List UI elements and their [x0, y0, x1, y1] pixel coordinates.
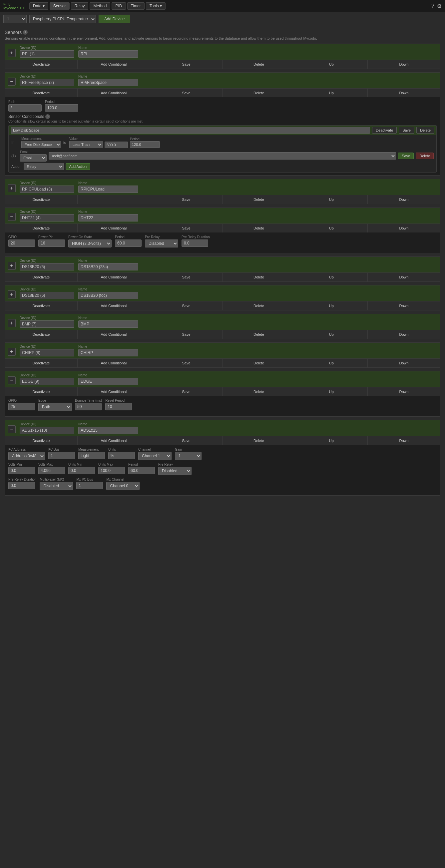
- delete-bmp[interactable]: Delete: [222, 330, 295, 339]
- add-conditional-ds18b20-5[interactable]: Add Conditional: [77, 273, 150, 281]
- name-ds18b20-6[interactable]: [78, 292, 138, 299]
- add-action-btn[interactable]: Add Action: [66, 163, 91, 170]
- toggle-rpifreespace[interactable]: −: [8, 78, 15, 86]
- save-bmp[interactable]: Save: [150, 330, 223, 339]
- toggle-ds18b20-6[interactable]: +: [8, 290, 15, 299]
- deactivate-rpifreespace[interactable]: Deactivate: [5, 89, 77, 97]
- cond-delete[interactable]: Delete: [416, 127, 434, 133]
- mx-i2c-bus-input[interactable]: [76, 482, 103, 489]
- period-ads-input[interactable]: [128, 467, 155, 474]
- cond-period-input[interactable]: [130, 141, 160, 148]
- conditionals-help-icon[interactable]: ?: [45, 114, 50, 119]
- threshold-input[interactable]: [104, 142, 128, 148]
- deactivate-rpi[interactable]: Deactivate: [5, 60, 77, 69]
- toggle-dht22[interactable]: −: [8, 213, 15, 221]
- units-max-input[interactable]: [98, 467, 125, 474]
- save-ds18b20-5[interactable]: Save: [150, 273, 223, 281]
- name-ads1x15[interactable]: [78, 427, 138, 434]
- up-dht22[interactable]: Up: [295, 224, 368, 232]
- deactivate-ds18b20-6[interactable]: Deactivate: [5, 302, 77, 310]
- down-rpifreespace[interactable]: Down: [368, 89, 440, 97]
- save-ds18b20-6[interactable]: Save: [150, 302, 223, 310]
- i2c-bus-input[interactable]: [48, 452, 75, 459]
- nav-method[interactable]: Method: [90, 2, 110, 10]
- cond-name-input[interactable]: [11, 127, 370, 133]
- measurement-ads-input[interactable]: [78, 452, 105, 459]
- up-ds18b20-5[interactable]: Up: [295, 273, 368, 281]
- sensor-num-select[interactable]: 1: [3, 14, 27, 23]
- deactivate-bmp[interactable]: Deactivate: [5, 330, 77, 339]
- name-chirp[interactable]: [78, 349, 138, 356]
- down-ds18b20-6[interactable]: Down: [368, 302, 440, 310]
- nav-relay[interactable]: Relay: [71, 2, 89, 10]
- delete-rpi[interactable]: Delete: [222, 60, 295, 69]
- delete-ads1x15[interactable]: Delete: [222, 436, 295, 445]
- delete-chirp[interactable]: Delete: [222, 359, 295, 367]
- add-conditional-rpifreespace[interactable]: Add Conditional: [77, 89, 150, 97]
- toggle-rpicpuload[interactable]: +: [8, 184, 15, 192]
- units-min-input[interactable]: [68, 467, 95, 474]
- save-ads1x15[interactable]: Save: [150, 436, 223, 445]
- pre-relay-duration-dht22[interactable]: [182, 240, 208, 247]
- toggle-bmp[interactable]: +: [8, 319, 15, 327]
- cond-save[interactable]: Save: [399, 127, 414, 133]
- multiplexer-select[interactable]: Disabled: [40, 482, 73, 490]
- add-conditional-ads1x15[interactable]: Add Conditional: [77, 436, 150, 445]
- channel-select[interactable]: Channel 1: [138, 452, 171, 460]
- add-device-button[interactable]: Add Device: [99, 14, 130, 23]
- down-rpi[interactable]: Down: [368, 60, 440, 69]
- delete-ds18b20-6[interactable]: Delete: [222, 302, 295, 310]
- period-dht22-input[interactable]: [115, 240, 141, 247]
- add-conditional-edge[interactable]: Add Conditional: [77, 388, 150, 396]
- down-ds18b20-5[interactable]: Down: [368, 273, 440, 281]
- up-edge[interactable]: Up: [295, 388, 368, 396]
- help-button[interactable]: ?: [431, 3, 434, 9]
- name-dht22[interactable]: [78, 214, 138, 221]
- deactivate-rpicpuload[interactable]: Deactivate: [5, 195, 77, 204]
- save-dht22[interactable]: Save: [150, 224, 223, 232]
- deactivate-ads1x15[interactable]: Deactivate: [5, 436, 77, 445]
- toggle-ds18b20-5[interactable]: +: [8, 262, 15, 270]
- up-rpicpuload[interactable]: Up: [295, 195, 368, 204]
- toggle-rpi[interactable]: +: [8, 49, 15, 57]
- delete-rpifreespace[interactable]: Delete: [222, 89, 295, 97]
- add-conditional-rpi[interactable]: Add Conditional: [77, 60, 150, 69]
- down-ads1x15[interactable]: Down: [368, 436, 440, 445]
- delete-edge[interactable]: Delete: [222, 388, 295, 396]
- save-chirp[interactable]: Save: [150, 359, 223, 367]
- volts-max-input[interactable]: [38, 467, 65, 474]
- action-type-select[interactable]: Relay: [24, 163, 64, 170]
- down-dht22[interactable]: Down: [368, 224, 440, 232]
- email-delete-btn[interactable]: Delete: [416, 153, 434, 159]
- power-on-state-select[interactable]: HIGH (3.3-volts): [68, 240, 112, 247]
- name-rpicpuload[interactable]: [78, 186, 138, 193]
- name-rpi[interactable]: [78, 50, 138, 58]
- down-rpicpuload[interactable]: Down: [368, 195, 440, 204]
- reset-period-input[interactable]: [105, 403, 132, 410]
- down-chirp[interactable]: Down: [368, 359, 440, 367]
- nav-sensor[interactable]: Sensor: [50, 2, 70, 10]
- measurement-select[interactable]: Free Disk Space: [21, 141, 61, 148]
- save-edge[interactable]: Save: [150, 388, 223, 396]
- add-conditional-ds18b20-6[interactable]: Add Conditional: [77, 302, 150, 310]
- up-chirp[interactable]: Up: [295, 359, 368, 367]
- name-edge[interactable]: [78, 378, 138, 385]
- down-edge[interactable]: Down: [368, 388, 440, 396]
- add-conditional-dht22[interactable]: Add Conditional: [77, 224, 150, 232]
- settings-button[interactable]: ⚙: [437, 3, 442, 9]
- save-rpicpuload[interactable]: Save: [150, 195, 223, 204]
- nav-tools[interactable]: Tools ▾: [146, 2, 165, 10]
- gpio-edge-input[interactable]: [8, 403, 35, 410]
- power-pin-input[interactable]: [38, 240, 65, 247]
- add-conditional-bmp[interactable]: Add Conditional: [77, 330, 150, 339]
- i2c-address-select[interactable]: Address 0x48: [8, 452, 45, 460]
- deactivate-dht22[interactable]: Deactivate: [5, 224, 77, 232]
- save-rpifreespace[interactable]: Save: [150, 89, 223, 97]
- cond-deactivate[interactable]: Deactivate: [372, 127, 397, 133]
- name-ds18b20-5[interactable]: [78, 263, 138, 271]
- name-bmp[interactable]: [78, 320, 138, 328]
- edge-select[interactable]: Both: [38, 403, 72, 411]
- email-save-btn[interactable]: Save: [398, 153, 414, 159]
- mx-channel-select[interactable]: Channel 0: [106, 482, 139, 490]
- volts-min-input[interactable]: [8, 467, 35, 474]
